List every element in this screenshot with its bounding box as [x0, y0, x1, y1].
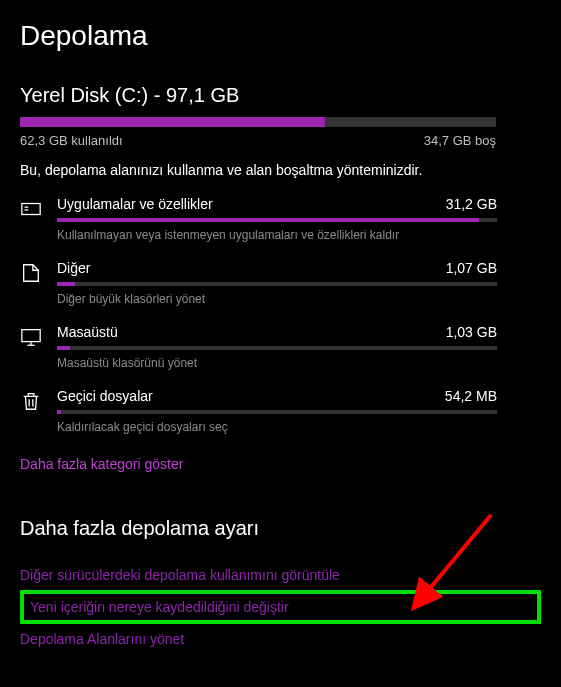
disk-used-label: 62,3 GB kullanıldı [20, 133, 123, 148]
category-name: Uygulamalar ve özellikler [57, 196, 213, 212]
category-bar [57, 346, 497, 350]
disk-usage-bar-fill [20, 117, 325, 127]
category-size: 1,07 GB [446, 260, 497, 276]
category-desktop[interactable]: Masaüstü 1,03 GB Masaüstü klasörünü yöne… [20, 324, 541, 370]
other-icon [20, 262, 42, 284]
disk-title: Yerel Disk (C:) - 97,1 GB [20, 84, 541, 107]
category-name: Geçici dosyalar [57, 388, 153, 404]
category-bar [57, 282, 497, 286]
more-storage-settings-title: Daha fazla depolama ayarı [20, 517, 541, 540]
category-size: 31,2 GB [446, 196, 497, 212]
page-title: Depolama [20, 20, 541, 52]
annotation-highlight: Yeni içeriğin nereye kaydedildiğini deği… [20, 590, 541, 624]
manage-storage-spaces-link[interactable]: Depolama Alanlarını yönet [20, 626, 541, 652]
category-temp[interactable]: Geçici dosyalar 54,2 MB Kaldırılacak geç… [20, 388, 541, 434]
category-apps[interactable]: Uygulamalar ve özellikler 31,2 GB Kullan… [20, 196, 541, 242]
more-storage-links: Diğer sürücülerdeki depolama kullanımını… [20, 562, 541, 652]
category-name: Diğer [57, 260, 90, 276]
category-subtext: Kaldırılacak geçici dosyaları seç [57, 420, 497, 434]
disk-usage-labels: 62,3 GB kullanıldı 34,7 GB boş [20, 133, 496, 148]
disk-usage-bar [20, 117, 496, 127]
svg-rect-0 [22, 204, 40, 215]
category-size: 1,03 GB [446, 324, 497, 340]
category-size: 54,2 MB [445, 388, 497, 404]
category-subtext: Masaüstü klasörünü yönet [57, 356, 497, 370]
disk-section: Yerel Disk (C:) - 97,1 GB 62,3 GB kullan… [20, 84, 541, 148]
category-bar [57, 218, 497, 222]
category-name: Masaüstü [57, 324, 118, 340]
disk-free-label: 34,7 GB boş [424, 133, 496, 148]
desktop-icon [20, 326, 42, 348]
view-other-drives-link[interactable]: Diğer sürücülerdeki depolama kullanımını… [20, 562, 541, 588]
category-subtext: Diğer büyük klasörleri yönet [57, 292, 497, 306]
show-more-categories-link[interactable]: Daha fazla kategori göster [20, 456, 183, 472]
apps-icon [20, 198, 42, 220]
svg-rect-3 [22, 330, 40, 342]
category-subtext: Kullanılmayan veya istenmeyen uygulamala… [57, 228, 497, 242]
category-other[interactable]: Diğer 1,07 GB Diğer büyük klasörleri yön… [20, 260, 541, 306]
change-save-location-link[interactable]: Yeni içeriğin nereye kaydedildiğini deği… [30, 599, 531, 615]
category-bar [57, 410, 497, 414]
storage-description: Bu, depolama alanınızı kullanma ve alan … [20, 162, 541, 178]
trash-icon [20, 390, 42, 412]
